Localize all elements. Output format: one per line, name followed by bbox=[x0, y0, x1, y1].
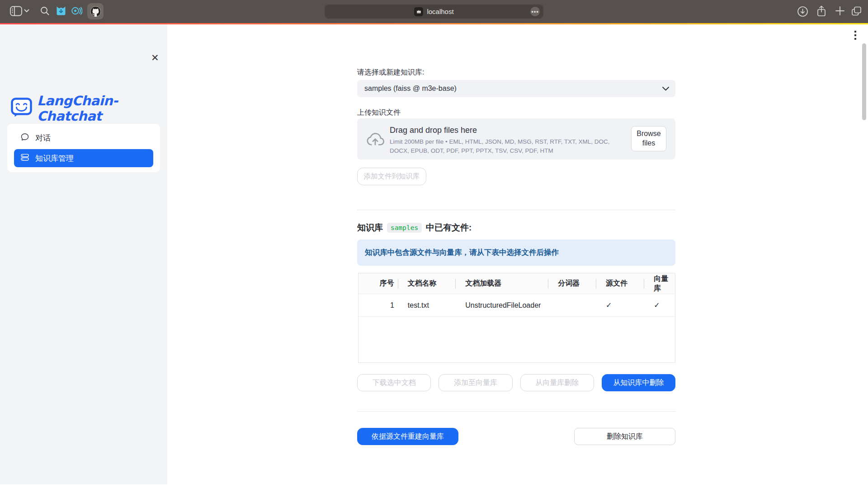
rebuild-vector-store-button[interactable]: 依据源文件重建向量库 bbox=[357, 428, 458, 445]
kb-select-label: 请选择或新建知识库: bbox=[357, 68, 424, 77]
app-logo: LangChain-Chatchat bbox=[11, 93, 167, 124]
col-header-source-file: 源文件 bbox=[596, 273, 644, 294]
cell-source-file-check: ✓ bbox=[596, 301, 644, 310]
cell-vector-store-check: ✓ bbox=[644, 301, 675, 310]
file-dropzone[interactable]: Drag and drop files here Limit 200MB per… bbox=[357, 118, 675, 160]
knowledge-base-icon bbox=[20, 153, 29, 164]
nav-item-label: 知识库管理 bbox=[35, 153, 74, 164]
cloud-upload-icon bbox=[366, 130, 385, 148]
files-heading: 知识库 samples 中已有文件: bbox=[357, 222, 472, 234]
new-tab-icon[interactable] bbox=[835, 6, 845, 16]
main-content: 请选择或新建知识库: samples (faiss @ m3e-base) 上传… bbox=[357, 0, 675, 488]
tabs-icon[interactable] bbox=[851, 6, 862, 17]
dropzone-limit-text: Limit 200MB per file • EML, HTML, JSON, … bbox=[390, 137, 620, 155]
info-banner-text: 知识库中包含源文件与向量库，请从下表中选择文件后操作 bbox=[365, 248, 559, 258]
kb-name-code: samples bbox=[387, 223, 422, 233]
col-header-vector-store: 向量库 bbox=[644, 273, 675, 294]
kb-select-dropdown[interactable]: samples (faiss @ m3e-base) bbox=[357, 80, 675, 97]
col-header-index: 序号 bbox=[359, 273, 398, 294]
add-files-to-kb-button[interactable]: 添加文件到知识库 bbox=[357, 168, 426, 185]
cell-index: 1 bbox=[359, 301, 398, 310]
add-to-vector-store-button[interactable]: 添加至向量库 bbox=[439, 374, 512, 391]
files-heading-suffix: 中已有文件: bbox=[426, 222, 472, 234]
cell-loader: UnstructuredFileLoader bbox=[455, 301, 548, 310]
files-table: 序号 文档名称 文档加载器 分词器 源文件 向量库 1 test.txt Uns… bbox=[358, 273, 675, 363]
dropzone-title: Drag and drop files here bbox=[390, 126, 477, 135]
chat-bubble-icon bbox=[20, 132, 29, 144]
col-header-splitter: 分词器 bbox=[548, 273, 596, 294]
cat-downloads-extension-icon[interactable] bbox=[56, 5, 66, 16]
nav-item-kb-management[interactable]: 知识库管理 bbox=[14, 149, 153, 167]
close-icon[interactable]: ✕ bbox=[151, 53, 159, 62]
search-icon[interactable] bbox=[40, 6, 50, 16]
cell-doc-name: test.txt bbox=[398, 301, 455, 310]
share-icon[interactable] bbox=[816, 5, 827, 18]
chevron-down-icon bbox=[662, 86, 670, 91]
logo-text: LangChain-Chatchat bbox=[37, 93, 167, 124]
browse-files-button[interactable]: Browse files bbox=[631, 126, 666, 151]
download-selected-button[interactable]: 下载选中文档 bbox=[357, 374, 431, 391]
table-action-buttons: 下载选中文档 添加至向量库 从向量库删除 从知识库中删除 bbox=[357, 374, 675, 391]
delete-from-kb-button[interactable]: 从知识库中删除 bbox=[602, 374, 675, 391]
files-heading-prefix: 知识库 bbox=[357, 222, 383, 234]
kb-select-value: samples (faiss @ m3e-base) bbox=[364, 84, 457, 93]
divider bbox=[357, 411, 675, 412]
info-banner: 知识库中包含源文件与向量库，请从下表中选择文件后操作 bbox=[357, 239, 675, 266]
nav-menu: 对话 知识库管理 bbox=[7, 124, 160, 172]
col-header-loader: 文档加载器 bbox=[455, 273, 548, 294]
broadcast-extension-icon[interactable] bbox=[71, 5, 82, 16]
sidebar: ✕ LangChain-Chatchat 对话 知识库管理 bbox=[0, 24, 167, 484]
col-header-doc-name: 文档名称 bbox=[398, 273, 455, 294]
sidebar-toggle-icon[interactable] bbox=[10, 6, 22, 16]
table-header-row: 序号 文档名称 文档加载器 分词器 源文件 向量库 bbox=[359, 273, 675, 294]
divider bbox=[357, 210, 675, 210]
remove-from-vector-store-button[interactable]: 从向量库删除 bbox=[520, 374, 594, 391]
chevron-down-icon[interactable] bbox=[24, 9, 29, 13]
upload-label: 上传知识文件 bbox=[357, 108, 401, 117]
nav-item-chat[interactable]: 对话 bbox=[14, 129, 153, 147]
github-extension-icon[interactable] bbox=[87, 3, 104, 19]
vertical-scrollbar[interactable] bbox=[862, 43, 866, 120]
table-row[interactable]: 1 test.txt UnstructuredFileLoader ✓ ✓ bbox=[359, 294, 675, 317]
delete-kb-button[interactable]: 删除知识库 bbox=[574, 428, 675, 445]
download-icon[interactable] bbox=[797, 6, 808, 17]
nav-item-label: 对话 bbox=[35, 133, 51, 143]
kebab-menu-icon[interactable] bbox=[854, 31, 856, 40]
logo-chat-bubble-icon bbox=[11, 98, 32, 119]
